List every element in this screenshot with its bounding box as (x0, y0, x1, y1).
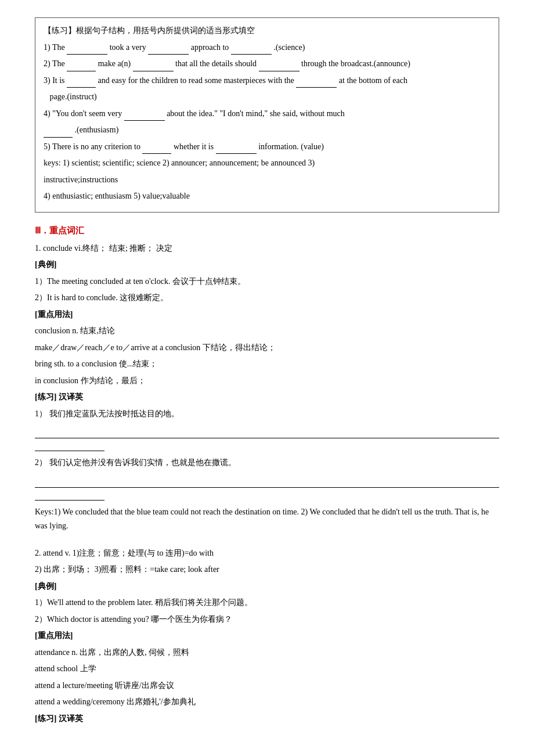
conclude-exercise-2: 2） 我们认定他并没有告诉我们实情，也就是他在撒谎。 (35, 456, 499, 470)
keys-line2: instructive;instructions (44, 173, 490, 188)
conclude-usage-1: conclusion n. 结束,结论 (35, 324, 499, 339)
answer-block-2 (35, 475, 499, 501)
attend-usage-2: attend school 上学 (35, 662, 499, 676)
attend-example-2: 2）Which doctor is attending you? 哪一个医生为你… (35, 613, 499, 627)
blank-4b (44, 128, 73, 138)
blank-1c (231, 45, 272, 55)
blank-2c (259, 62, 300, 71)
keys-line3: 4) enthusiastic; enthusiasm 5) value;val… (44, 189, 490, 204)
exercise-box: 【练习】根据句子结构，用括号内所提供词的适当形式填空 1) The took a… (35, 17, 499, 213)
word-attend: 2. attend v. 1)注意；留意；处理(与 to 连用)=do with… (35, 546, 499, 726)
exercise-item-1: 1) The took a very approach to .(science… (44, 41, 490, 55)
attend-examples-tag: [典例] (35, 579, 499, 594)
blank-3a (67, 78, 96, 88)
answer-block-1 (35, 426, 499, 451)
exercise-item-4: 4) "You don't seem very about the idea."… (44, 107, 490, 121)
exercise-item-4-cont: .(enthusiasm) (44, 123, 490, 138)
conclude-usage-3: bring sth. to a conclusion 使...结束； (35, 357, 499, 372)
conclude-usage-2: make／draw／reach／e to／arrive at a conclus… (35, 341, 499, 355)
section3-title: Ⅲ．重点词汇 (35, 223, 499, 238)
attend-line2: 2) 出席；到场； 3)照看；照料：=take care; look after (35, 563, 499, 577)
exercise-item-5: 5) There is no any criterion to whether … (44, 140, 490, 154)
answer-line-1a (35, 426, 499, 438)
item1-num: 1) The (44, 43, 67, 52)
blank-2a (67, 62, 96, 71)
word-conclude: 1. conclude vi.终结； 结束; 推断； 决定 [典例] 1）The… (35, 242, 499, 534)
blank-2b (133, 62, 174, 71)
blank-5a (142, 145, 171, 154)
conclude-header: 1. conclude vi.终结； 结束; 推断； 决定 (35, 242, 499, 256)
conclude-example-1: 1）The meeting concluded at ten o'clock. … (35, 275, 499, 289)
conclude-usage-tag: [重点用法] (35, 308, 499, 322)
blank-3b (296, 78, 337, 88)
attend-usage-1: attendance n. 出席，出席的人数, 伺候，照料 (35, 646, 499, 660)
blank-5b (216, 145, 257, 154)
blank-1b (148, 45, 189, 55)
exercise-item-2: 2) The make a(n) that all the details sh… (44, 57, 490, 71)
attend-example-1: 1）We'll attend to the problem later. 稍后我… (35, 596, 499, 610)
attend-usage-tag: [重点用法] (35, 629, 499, 643)
exercise-title: 【练习】根据句子结构，用括号内所提供词的适当形式填空 (44, 24, 490, 38)
conclude-exercise-1: 1） 我们推定蓝队无法按时抵达目的地。 (35, 407, 499, 422)
attend-exercise-tag: [练习] 汉译英 (35, 712, 499, 726)
conclude-exercise-tag: [练习] 汉译英 (35, 390, 499, 405)
conclude-keys: Keys:1) We concluded that the blue team … (35, 505, 499, 534)
answer-line-2b (35, 488, 104, 501)
exercise-item-3: 3) It is and easy for the children to re… (44, 74, 490, 88)
attend-usage-4: attend a wedding/ceremony 出席婚礼'/参加典礼 (35, 695, 499, 710)
conclude-examples-tag: [典例] (35, 258, 499, 272)
attend-header: 2. attend v. 1)注意；留意；处理(与 to 连用)=do with (35, 546, 499, 561)
blank-1a (67, 45, 107, 55)
blank-4a (124, 111, 165, 121)
exercise-item-3-cont: page.(instruct) (44, 90, 490, 105)
conclude-usage-4: in conclusion 作为结论，最后； (35, 374, 499, 388)
keys-line1: keys: 1) scientist; scientific; science … (44, 156, 490, 171)
conclude-example-2: 2）It is hard to conclude. 这很难断定。 (35, 291, 499, 305)
attend-usage-3: attend a lecture/meeting 听讲座/出席会议 (35, 679, 499, 693)
answer-line-1b (35, 438, 104, 451)
answer-line-2a (35, 475, 499, 488)
